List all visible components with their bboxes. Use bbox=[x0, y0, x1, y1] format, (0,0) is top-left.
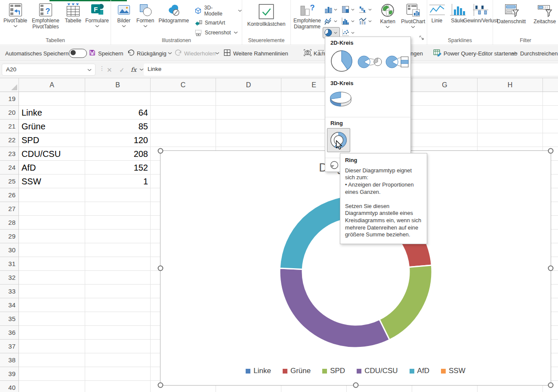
row-header-19[interactable]: 19 bbox=[0, 92, 19, 106]
cell[interactable] bbox=[85, 312, 151, 326]
power-query-button[interactable]: Power Query-Editor starten bbox=[444, 50, 512, 56]
cell[interactable] bbox=[412, 92, 478, 106]
cell-A22[interactable]: SPD bbox=[19, 133, 85, 147]
cell[interactable] bbox=[85, 340, 151, 353]
cell[interactable] bbox=[151, 119, 216, 133]
cell[interactable] bbox=[19, 340, 85, 353]
cell-B24[interactable]: 152 bbox=[85, 161, 151, 175]
legend-item-Grüne[interactable]: Grüne bbox=[283, 367, 311, 375]
sparkline-linie-button[interactable]: Linie bbox=[427, 1, 447, 25]
column-header-partial[interactable] bbox=[543, 78, 558, 92]
column-header-C[interactable]: C bbox=[151, 78, 216, 92]
cell[interactable] bbox=[19, 367, 85, 381]
cell[interactable] bbox=[478, 106, 543, 119]
cell[interactable] bbox=[543, 133, 558, 147]
resize-handle-middle-left[interactable] bbox=[158, 265, 163, 271]
cell-A21[interactable]: Grüne bbox=[19, 119, 85, 133]
select-all-corner[interactable] bbox=[0, 78, 19, 92]
piktogramme-button[interactable]: Piktogramme bbox=[157, 1, 191, 25]
borders-icon[interactable] bbox=[223, 49, 231, 58]
row-header-30[interactable]: 30 bbox=[0, 243, 19, 257]
cell-A25[interactable]: SSW bbox=[19, 175, 85, 188]
cell[interactable] bbox=[85, 257, 151, 271]
cell[interactable] bbox=[85, 271, 151, 285]
chevron-down-icon[interactable] bbox=[87, 69, 92, 71]
cell[interactable] bbox=[85, 353, 151, 367]
autosave-toggle[interactable] bbox=[69, 49, 87, 58]
cell[interactable] bbox=[151, 92, 216, 106]
power-query-icon[interactable] bbox=[433, 49, 441, 58]
cell[interactable] bbox=[216, 119, 281, 133]
cell[interactable] bbox=[85, 188, 151, 202]
camera-icon[interactable] bbox=[303, 49, 312, 58]
cell[interactable] bbox=[85, 298, 151, 312]
row-header-37[interactable]: 37 bbox=[0, 340, 19, 353]
row-header-29[interactable]: 29 bbox=[0, 230, 19, 243]
cell-B25[interactable]: 1 bbox=[85, 175, 151, 188]
cell[interactable] bbox=[19, 188, 85, 202]
row-header-35[interactable]: 35 bbox=[0, 312, 19, 326]
cell[interactable] bbox=[19, 257, 85, 271]
hierarchy-chart-button[interactable] bbox=[340, 4, 357, 15]
cell[interactable] bbox=[85, 326, 151, 340]
menu-item-2d-pie[interactable] bbox=[330, 49, 354, 75]
cell[interactable] bbox=[151, 106, 216, 119]
sparkline-gewinn-verlust-button[interactable]: Gewinn/Verlust bbox=[469, 1, 493, 25]
cell[interactable] bbox=[19, 285, 85, 298]
cell[interactable] bbox=[19, 381, 85, 392]
funnel-icon[interactable] bbox=[317, 49, 325, 58]
donut-segment-SPD[interactable] bbox=[379, 265, 432, 340]
formulare-button[interactable]: F Formulare bbox=[83, 1, 111, 29]
cell[interactable] bbox=[19, 92, 85, 106]
row-header-28[interactable]: 28 bbox=[0, 216, 19, 230]
combo-chart-button[interactable] bbox=[357, 15, 374, 27]
save-icon[interactable] bbox=[89, 49, 96, 58]
karten-button[interactable]: Karten bbox=[376, 1, 399, 30]
row-header-40[interactable]: 40 bbox=[0, 381, 19, 392]
cell[interactable] bbox=[85, 202, 151, 216]
column-header-H[interactable]: H bbox=[478, 78, 543, 92]
strikethrough-icon[interactable]: ab bbox=[511, 50, 517, 56]
cell-A23[interactable]: CDU/CSU bbox=[19, 147, 85, 161]
resize-handle-bottom-middle[interactable] bbox=[353, 383, 358, 388]
cell-B21[interactable]: 85 bbox=[85, 119, 151, 133]
legend-item-SSW[interactable]: SSW bbox=[441, 367, 466, 375]
cell[interactable] bbox=[216, 106, 281, 119]
cell[interactable] bbox=[412, 106, 478, 119]
resize-handle-top-right[interactable] bbox=[548, 148, 554, 154]
screenshot-button[interactable]: Screenshot bbox=[194, 29, 242, 37]
cell[interactable] bbox=[543, 92, 558, 106]
undo-icon[interactable] bbox=[127, 49, 135, 58]
column-header-D[interactable]: D bbox=[216, 78, 281, 92]
cell[interactable] bbox=[412, 133, 478, 147]
tabelle-button[interactable]: Tabelle bbox=[63, 1, 83, 25]
resize-handle-middle-right[interactable] bbox=[548, 265, 554, 271]
datenschnitt-button[interactable]: Datenschnitt bbox=[493, 1, 530, 26]
cell[interactable] bbox=[412, 119, 478, 133]
row-header-38[interactable]: 38 bbox=[0, 353, 19, 367]
cell[interactable] bbox=[151, 133, 216, 147]
cell[interactable] bbox=[19, 230, 85, 243]
row-header-32[interactable]: 32 bbox=[0, 271, 19, 285]
row-header-24[interactable]: 24 bbox=[0, 161, 19, 175]
cell[interactable] bbox=[478, 119, 543, 133]
column-chart-button[interactable] bbox=[323, 4, 340, 15]
column-header-B[interactable]: B bbox=[85, 78, 151, 92]
line-area-chart-button[interactable] bbox=[323, 15, 340, 27]
menu-item-bar-of-pie[interactable] bbox=[385, 52, 410, 73]
resize-handle-bottom-left[interactable] bbox=[158, 383, 163, 388]
cell[interactable] bbox=[19, 298, 85, 312]
pivottable-button[interactable]: PivotTable bbox=[2, 1, 28, 29]
cell[interactable] bbox=[543, 119, 558, 133]
legend-item-Linke[interactable]: Linke bbox=[246, 367, 271, 375]
row-header-27[interactable]: 27 bbox=[0, 202, 19, 216]
cell[interactable] bbox=[543, 106, 558, 119]
menu-item-weitere-kreisdiagramme[interactable] bbox=[330, 160, 339, 172]
cell[interactable] bbox=[216, 133, 281, 147]
cell[interactable] bbox=[19, 243, 85, 257]
chevron-down-icon[interactable] bbox=[139, 68, 144, 71]
column-header-A[interactable]: A bbox=[19, 78, 85, 92]
cell[interactable] bbox=[85, 381, 151, 392]
kontrollkaestchen-button[interactable]: Kontrollkästchen bbox=[243, 1, 290, 29]
cell[interactable] bbox=[85, 285, 151, 298]
